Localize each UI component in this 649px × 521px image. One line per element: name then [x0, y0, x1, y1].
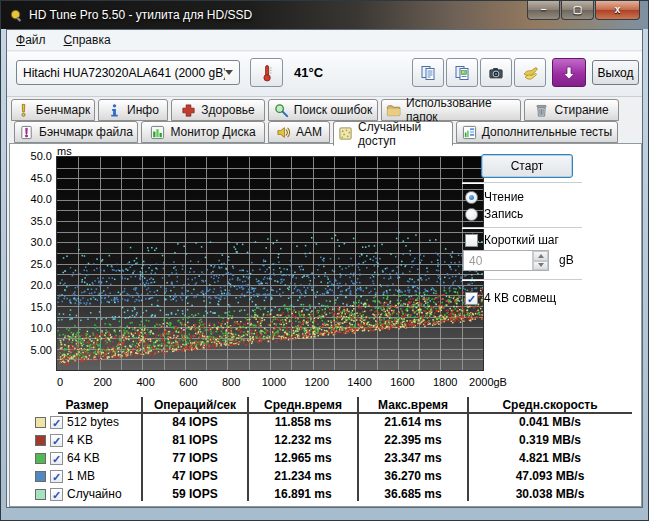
series-color-swatch — [35, 489, 46, 500]
copy-text-icon — [420, 65, 436, 81]
series-visibility-checkbox[interactable]: ✓ — [50, 488, 63, 501]
y-tick-label: 45.0 — [12, 172, 52, 184]
series-color-swatch — [35, 453, 46, 464]
iops-value: 77 IOPS — [142, 451, 248, 465]
table-row: ✓64 KB77 IOPS12.965 ms23.347 ms4.821 MB/… — [32, 449, 632, 467]
short-stride-label: Короткий шаг — [484, 233, 559, 247]
download-button[interactable] — [552, 58, 586, 87]
radio-icon — [465, 208, 478, 221]
iops-value: 84 IOPS — [142, 415, 248, 429]
random-dots-icon — [338, 126, 353, 141]
menu-help[interactable]: Справка — [55, 31, 120, 49]
screenshot-camera-icon — [488, 65, 504, 81]
tab-random-access[interactable]: Случайный доступ — [333, 121, 453, 146]
tab-error-scan[interactable]: Поиск ошибок — [268, 99, 378, 121]
y-tick-label: 5.00 — [12, 344, 52, 356]
maximize-button[interactable]: ▢ — [561, 1, 594, 20]
menu-file[interactable]: Файл — [7, 31, 55, 49]
copy-image-button[interactable] — [446, 58, 478, 87]
iops-value: 47 IOPS — [142, 469, 248, 483]
stride-unit-label: gB — [559, 253, 574, 267]
series-visibility-checkbox[interactable]: ✓ — [50, 434, 63, 447]
start-button[interactable]: Старт — [481, 154, 573, 178]
temperature-button[interactable] — [250, 58, 283, 87]
tab-label: Бэнчмарк файла — [39, 125, 133, 139]
tab-benchmark[interactable]: Бенчмарк — [11, 99, 95, 121]
max-time-value: 22.395 ms — [358, 433, 468, 447]
info-icon — [107, 103, 122, 118]
file-exclamation-icon — [19, 125, 34, 140]
tab-disk-monitor[interactable]: Монитор Диска — [141, 121, 265, 143]
combine-4kb-checkbox[interactable]: ✓ 4 КВ совмещ — [465, 291, 556, 305]
tab-erase[interactable]: Стирание — [524, 99, 619, 121]
separator — [462, 227, 582, 228]
separator — [462, 182, 582, 183]
download-icon — [561, 65, 577, 81]
spinner-up-button[interactable] — [533, 251, 548, 261]
tab-aam[interactable]: ААМ — [268, 121, 330, 143]
radio-icon — [465, 191, 478, 204]
tab-file-benchmark[interactable]: Бэнчмарк файла — [14, 121, 138, 143]
drive-selector[interactable]: Hitachi HUA723020ALA641 (2000 gB) — [16, 60, 240, 85]
client-area: Файл Справка Hitachi HUA723020ALA641 (20… — [6, 29, 643, 508]
short-stride-checkbox[interactable]: Короткий шаг — [465, 233, 559, 247]
minimize-button[interactable]: – — [527, 1, 560, 20]
series-color-swatch — [35, 471, 46, 482]
column-header: Средн.время — [248, 398, 358, 412]
title-bar[interactable]: HD Tune Pro 5.50 - утилита для HD/SSD – … — [1, 1, 648, 29]
close-button[interactable]: x — [595, 1, 640, 20]
series-visibility-checkbox[interactable]: ✓ — [50, 470, 63, 483]
tab-label: Здоровье — [201, 103, 255, 117]
read-radio[interactable]: Чтение — [465, 190, 524, 204]
donate-button[interactable] — [514, 58, 546, 87]
search-magnifier-icon — [274, 103, 289, 118]
max-time-value: 23.347 ms — [358, 451, 468, 465]
copy-text-button[interactable] — [412, 58, 444, 87]
avg-speed-value: 0.319 MB/s — [468, 433, 632, 447]
y-tick-label: 35.0 — [12, 215, 52, 227]
tab-label: Стирание — [554, 103, 608, 117]
tab-row-1: БенчмаркИнфоЗдоровьеПоиск ошибокИспользо… — [11, 99, 619, 122]
max-time-value: 36.270 ms — [358, 469, 468, 483]
window-title: HD Tune Pro 5.50 - утилита для HD/SSD — [29, 8, 252, 22]
screenshot-button[interactable] — [480, 58, 512, 87]
series-size-label: 64 KB — [67, 451, 100, 465]
series-size-label: Случайно — [67, 487, 122, 501]
extra-tests-icon — [462, 125, 477, 140]
table-row: ✓4 KB81 IOPS12.232 ms22.395 ms0.319 MB/s — [32, 431, 632, 449]
series-size-label: 4 KB — [67, 433, 93, 447]
exclamation-icon — [16, 103, 31, 118]
series-color-swatch — [35, 417, 46, 428]
hd-tune-window: HD Tune Pro 5.50 - утилита для HD/SSD – … — [0, 0, 649, 521]
trash-icon — [534, 103, 549, 118]
tab-label: Инфо — [127, 103, 159, 117]
exit-button[interactable]: Выход — [592, 60, 639, 85]
tab-extra-tests[interactable]: Дополнительные тесты — [456, 121, 618, 143]
table-row: ✓Случайно59 IOPS16.891 ms36.685 ms30.038… — [32, 485, 632, 503]
tab-health[interactable]: Здоровье — [171, 99, 265, 121]
tab-folder-usage[interactable]: Использование папок — [381, 99, 521, 121]
avg-time-value: 12.965 ms — [248, 451, 358, 465]
speaker-icon — [276, 125, 291, 140]
health-cross-icon — [181, 103, 196, 118]
tab-info[interactable]: Инфо — [98, 99, 168, 121]
tab-label: Дополнительные тесты — [482, 125, 612, 139]
avg-speed-value: 0.041 MB/s — [468, 415, 632, 429]
stride-size-spinner[interactable]: 40 — [463, 250, 549, 271]
write-radio[interactable]: Запись — [465, 207, 523, 221]
temperature-value: 41°C — [294, 65, 323, 80]
x-tick-label: 2000gB — [460, 376, 516, 388]
series-visibility-checkbox[interactable]: ✓ — [50, 452, 63, 465]
y-tick-label: 40.0 — [12, 193, 52, 205]
table-row: ✓1 MB47 IOPS21.234 ms36.270 ms47.093 MB/… — [32, 467, 632, 485]
column-header: Размер — [32, 398, 142, 412]
read-radio-label: Чтение — [484, 190, 524, 204]
series-size-label: 512 bytes — [67, 415, 119, 429]
tab-label: Бенчмарк — [36, 103, 90, 117]
checkbox-icon — [465, 234, 478, 247]
iops-value: 59 IOPS — [142, 487, 248, 501]
series-visibility-checkbox[interactable]: ✓ — [50, 416, 63, 429]
donate-hands-icon — [522, 65, 538, 81]
spinner-down-button[interactable] — [533, 261, 548, 271]
max-time-value: 21.614 ms — [358, 415, 468, 429]
